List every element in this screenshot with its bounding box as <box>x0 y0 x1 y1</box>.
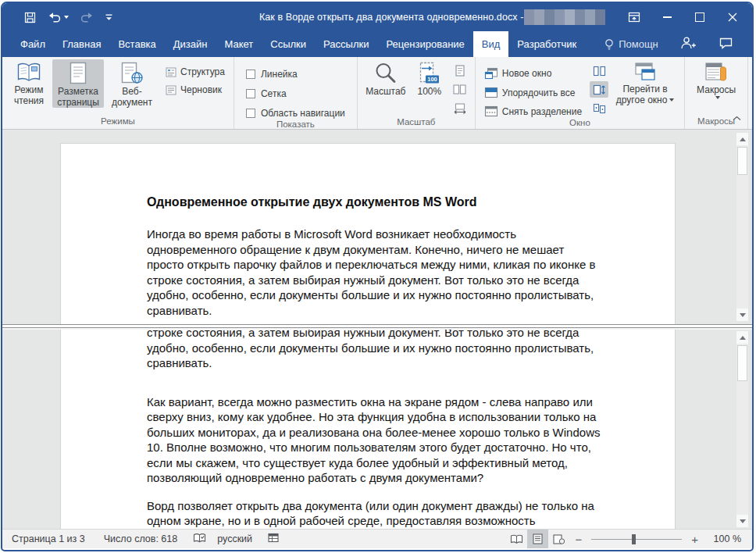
customize-qat-icon <box>105 14 112 21</box>
proofing-status-button[interactable] <box>193 533 206 546</box>
scroll-up-button[interactable] <box>736 331 748 344</box>
switch-windows-button[interactable]: Перейти в другое окно <box>611 59 679 105</box>
outline-view-button[interactable]: Структура <box>166 66 225 77</box>
triangle-up-icon <box>740 336 746 340</box>
title-bar: Как в Ворде открыть два документа одновр… <box>2 3 752 31</box>
ruler-checkbox[interactable] <box>246 70 255 79</box>
document-paragraph: Как вариант, всегда можно разместить окн… <box>147 394 675 486</box>
scrollbar-thumb[interactable] <box>737 147 747 175</box>
collapse-ribbon-button[interactable] <box>733 110 741 124</box>
scroll-down-button[interactable] <box>736 515 748 527</box>
tab-design[interactable]: Дизайн <box>165 31 216 57</box>
document-paragraph: Ворд позволяет открыть два документа (ил… <box>147 498 675 529</box>
tab-view[interactable]: Вид <box>473 31 509 57</box>
multiple-pages-button[interactable] <box>451 81 469 98</box>
new-window-button[interactable]: Новое окно <box>484 67 582 80</box>
zoom-out-button[interactable]: − <box>569 533 587 545</box>
print-layout-view-button[interactable] <box>527 530 548 548</box>
nav-pane-checkbox-row[interactable]: Область навигации <box>246 108 345 119</box>
svg-text:100: 100 <box>427 76 437 83</box>
word-count[interactable]: Число слов: 618 <box>104 533 178 544</box>
ribbon-display-options-button[interactable] <box>618 3 651 31</box>
tab-layout[interactable]: Макет <box>216 31 262 57</box>
read-mode-icon <box>16 62 41 83</box>
redo-button[interactable] <box>80 12 94 23</box>
tab-developer[interactable]: Разработчик <box>508 31 585 57</box>
tab-helper-label: Помощн <box>619 38 658 50</box>
scrollbar-bottom-pane[interactable] <box>736 331 748 527</box>
status-right: − + 100 % <box>506 530 752 548</box>
ribbon-group-views: Режим чтения Разметка страницы <box>2 57 234 129</box>
group-label-window: Окно <box>476 117 684 129</box>
document-paragraph: строке состояния, а затем выбирая нужный… <box>147 330 675 371</box>
new-window-icon <box>484 67 498 80</box>
document-page-top[interactable]: Одновременное открытие двух документов M… <box>60 143 676 324</box>
ruler-checkbox-row[interactable]: Линейка <box>246 69 345 80</box>
document-text-line: позволяющий одновременно работать с двум… <box>147 470 675 486</box>
tab-mailings[interactable]: Рассылки <box>315 31 377 57</box>
remove-split-button[interactable]: Снять разделение <box>484 105 582 117</box>
zoom-100-button[interactable]: 100 100% <box>411 59 448 98</box>
tab-file[interactable]: Файл <box>12 31 54 57</box>
maximize-button[interactable] <box>683 3 716 31</box>
scrollbar-top-pane[interactable] <box>736 133 748 321</box>
macro-record-button[interactable] <box>268 533 279 545</box>
zoom-icon <box>374 62 397 84</box>
scroll-up-button[interactable] <box>736 133 748 145</box>
document-text-line: сравнивать. <box>147 303 675 319</box>
status-web-layout-icon <box>553 534 565 544</box>
zoom-level[interactable]: 100 % <box>704 533 741 544</box>
tab-references[interactable]: Ссылки <box>262 31 315 57</box>
arrange-all-icon <box>484 87 498 98</box>
customize-qat-button[interactable] <box>105 14 112 21</box>
zoom-in-button[interactable]: + <box>686 533 704 545</box>
read-mode-view-button[interactable] <box>506 530 527 548</box>
print-layout-button[interactable]: Разметка страницы <box>52 59 104 108</box>
ribbon-tab-row: Файл Главная Вставка Дизайн Макет Ссылки… <box>2 31 752 57</box>
word-window: Как в Ворде открыть два документа одновр… <box>1 2 754 551</box>
gridlines-checkbox-row[interactable]: Сетка <box>246 88 345 99</box>
document-text-line: Иногда во время работы в Microsoft Word … <box>147 227 675 242</box>
tab-home[interactable]: Главная <box>54 31 109 57</box>
page-indicator[interactable]: Страница 1 из 3 <box>12 533 85 544</box>
proofing-icon <box>193 533 206 544</box>
web-layout-view-button[interactable] <box>548 530 569 548</box>
undo-dropdown-caret[interactable] <box>64 16 69 19</box>
read-mode-button[interactable]: Режим чтения <box>7 59 51 106</box>
one-page-button[interactable] <box>451 62 469 79</box>
group-label-zoom: Масштаб <box>358 116 475 129</box>
document-text-line: 10. Вполне возможно, что многим пользова… <box>147 440 675 455</box>
zoom-button[interactable]: Масштаб <box>362 59 409 98</box>
tab-review[interactable]: Рецензирование <box>377 31 472 57</box>
reset-window-position-button[interactable] <box>590 100 608 116</box>
zoom-slider-thumb[interactable] <box>632 534 636 544</box>
draft-icon <box>166 85 177 95</box>
split-bar[interactable] <box>2 324 752 330</box>
close-button[interactable] <box>716 3 749 31</box>
page-width-button[interactable] <box>451 100 469 116</box>
side-by-side-button[interactable] <box>590 62 608 79</box>
web-layout-button[interactable]: Веб-документ <box>105 59 159 108</box>
arrange-all-button[interactable]: Упорядочить все <box>484 87 582 98</box>
macros-button[interactable]: Макросы <box>694 59 738 99</box>
feedback-button[interactable] <box>719 37 733 52</box>
tab-helper[interactable]: Помощн <box>596 31 667 57</box>
minimize-icon <box>663 16 672 18</box>
status-bar: Страница 1 из 3 Число слов: 618 русский <box>2 529 752 548</box>
nav-pane-checkbox[interactable] <box>246 109 255 118</box>
sync-scroll-button[interactable] <box>590 81 608 98</box>
zoom-slider[interactable] <box>591 539 682 540</box>
scroll-down-button[interactable] <box>736 309 748 321</box>
document-page-bottom[interactable]: строке состояния, а затем выбирая нужный… <box>60 330 676 529</box>
document-text-line: Ворд позволяет открыть два документа (ил… <box>147 498 675 514</box>
language-indicator[interactable]: русский <box>217 533 252 544</box>
scrollbar-thumb[interactable] <box>737 345 747 381</box>
draft-view-button[interactable]: Черновик <box>166 84 225 95</box>
sign-in-button[interactable] <box>679 36 697 52</box>
minimize-button[interactable] <box>651 3 683 31</box>
undo-button[interactable] <box>48 12 69 23</box>
gridlines-checkbox[interactable] <box>246 89 255 98</box>
tab-insert[interactable]: Вставка <box>109 31 164 57</box>
ribbon-group-zoom: Масштаб 100 100% <box>358 57 476 129</box>
save-button[interactable] <box>24 12 36 23</box>
